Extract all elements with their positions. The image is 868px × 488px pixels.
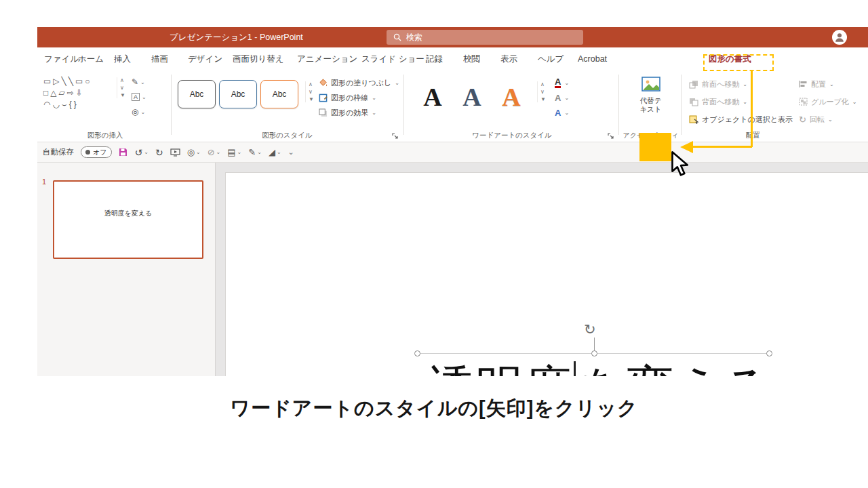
selection-pane-icon (689, 115, 698, 124)
wordart-style-black[interactable]: A (415, 79, 450, 115)
alt-text-button[interactable]: 代替テ キスト (622, 76, 679, 114)
tab-slideshow[interactable]: スライド ショー (361, 47, 425, 70)
send-backward-icon (689, 98, 698, 106)
autosave-toggle[interactable]: オフ (81, 146, 112, 158)
group-label-insert-shapes: 図形の挿入 (41, 131, 170, 140)
effects-icon (319, 108, 328, 117)
format-button[interactable]: ▤⌄ (227, 147, 241, 157)
gallery-more-icon[interactable]: ▼ (540, 96, 546, 102)
slide-canvas[interactable] (225, 172, 868, 376)
selection-handle-left[interactable] (414, 350, 420, 357)
shape-gallery-row3[interactable]: ◠◡⌣{} (43, 99, 92, 110)
textbox-text-after-cursor: を変える (577, 361, 773, 376)
start-slideshow-button[interactable] (170, 148, 180, 157)
selection-pane-button[interactable]: オブジェクトの選択と表示 (689, 112, 793, 127)
shape-style-black[interactable]: Abc (178, 80, 216, 108)
ribbon: ▭▷╲╲▭○ □△▱⇨⇩ ◠◡⌣{} ∧ ∨ ▼ ✎⌄ A⌄ ◎⌄ 図形の挿入 (37, 70, 868, 142)
gallery-more-icon[interactable]: ▼ (309, 96, 314, 102)
shape-gallery-row2[interactable]: □△▱⇨⇩ (43, 87, 92, 99)
gallery-down-icon[interactable]: ∨ (540, 89, 546, 95)
customize-qat-button[interactable]: ⌄ (288, 148, 294, 157)
bring-forward-button[interactable]: 前面へ移動⌄ (689, 77, 747, 92)
shape-gallery-row1[interactable]: ▭▷╲╲▭○ (43, 76, 92, 87)
shape-gallery[interactable]: ▭▷╲╲▭○ □△▱⇨⇩ ◠◡⌣{} (43, 76, 92, 110)
wordart-style-orange[interactable]: A (494, 79, 529, 115)
text-outline-icon: A (555, 94, 561, 102)
save-button[interactable] (119, 148, 127, 157)
alt-text-label-line1: 代替テ (622, 96, 679, 105)
tab-file[interactable]: ファイル (44, 47, 79, 70)
shape-outline-button[interactable]: 図形の枠線⌄ (319, 91, 376, 104)
selection-handle-right[interactable] (766, 350, 772, 357)
shape-style-blue[interactable]: Abc (219, 80, 257, 108)
caption-text: ワードアートのスタイルの[矢印]をクリック (0, 395, 868, 422)
shape-draw-button[interactable]: ◢⌄ (269, 147, 281, 157)
tab-transitions[interactable]: 画面切り替え (233, 47, 284, 70)
align-button[interactable]: 配置⌄ (799, 77, 834, 92)
slide-thumbnail-panel: 1 透明度を変える (37, 163, 216, 376)
text-fill-button[interactable]: A ⌄ (555, 76, 569, 89)
tab-home[interactable]: ホーム (78, 47, 104, 70)
slide-thumbnail[interactable]: 透明度を変える (53, 180, 203, 259)
touch-mouse-mode-button[interactable]: ◎⌄ (187, 147, 201, 157)
powerpoint-window: プレゼンテーション1 - PowerPoint 検索 ファイル ホーム 挿入 描… (37, 27, 868, 376)
page: プレゼンテーション1 - PowerPoint 検索 ファイル ホーム 挿入 描… (0, 0, 868, 488)
tab-design[interactable]: デザイン (188, 47, 222, 70)
shape-effects-button[interactable]: 図形の効果⌄ (319, 106, 376, 119)
tab-draw[interactable]: 描画 (151, 47, 168, 70)
rotate-handle[interactable]: ↻ (584, 321, 596, 338)
search-placeholder: 検索 (406, 32, 422, 43)
redo-icon: ↻ (155, 147, 163, 158)
group-label-wordart-styles: ワードアートのスタイル (407, 131, 617, 140)
gallery-up-icon[interactable]: ∧ (120, 77, 125, 83)
text-effects-button[interactable]: A ⌄ (555, 106, 569, 119)
search-icon (393, 33, 401, 41)
tab-record[interactable]: 記録 (426, 47, 443, 70)
send-backward-button[interactable]: 背面へ移動⌄ (689, 94, 747, 109)
shape-style-gallery: Abc Abc Abc (178, 80, 298, 108)
shape-draw-icon: ◢ (269, 147, 275, 157)
format-icon: ▤ (227, 147, 235, 157)
pen-icon: ✎ (248, 147, 256, 157)
search-box[interactable]: 検索 (387, 30, 583, 45)
shape-style-orange[interactable]: Abc (260, 80, 298, 108)
tab-insert[interactable]: 挿入 (114, 47, 131, 70)
selection-handle-center[interactable] (591, 350, 597, 357)
ink-replay-button[interactable]: ⊘⌄ (208, 147, 221, 157)
wordart-style-navy[interactable]: A (454, 79, 490, 115)
group-arrange: 前面へ移動⌄ 背面へ移動⌄ オブジェクトの選択と表示 配置⌄ グループ化⌄ (685, 70, 868, 142)
gallery-up-icon[interactable]: ∧ (309, 81, 314, 87)
edit-shape-button[interactable]: ✎⌄ (132, 76, 146, 88)
annotation-connector-vertical (751, 70, 753, 147)
tab-acrobat[interactable]: Acrobat (578, 47, 607, 70)
gallery-down-icon[interactable]: ∨ (120, 85, 125, 91)
slide-textbox[interactable]: 透明度を変える (407, 357, 793, 376)
gallery-up-icon[interactable]: ∧ (540, 81, 546, 87)
text-fill-icon: A (555, 77, 561, 88)
textbox-button[interactable]: A⌄ (132, 91, 146, 103)
group-button[interactable]: グループ化⌄ (799, 94, 856, 109)
shape-gallery-scroll: ∧ ∨ ▼ (117, 77, 125, 98)
alt-text-label-line2: キスト (622, 105, 679, 114)
tab-view[interactable]: 表示 (500, 47, 517, 70)
redo-button[interactable]: ↻ (155, 147, 163, 158)
alt-text-image-icon (641, 76, 661, 94)
pen-button[interactable]: ✎⌄ (248, 147, 262, 157)
gallery-more-icon[interactable]: ▼ (120, 92, 125, 98)
undo-button[interactable]: ↺⌄ (134, 147, 148, 158)
group-label-shape-styles: 図形のスタイル (173, 131, 401, 140)
shape-fill-button[interactable]: 図形の塗りつぶし⌄ (319, 76, 399, 89)
merge-shapes-button[interactable]: ◎⌄ (132, 106, 146, 118)
more-commands-icon: ⌄ (288, 148, 294, 157)
account-avatar[interactable] (832, 30, 847, 45)
tab-animations[interactable]: アニメーション (297, 47, 357, 70)
tab-help[interactable]: ヘルプ (538, 47, 564, 70)
rotate-button[interactable]: ↻ 回転⌄ (799, 112, 833, 127)
text-outline-button[interactable]: A ⌄ (555, 91, 569, 104)
textbox-text-before-cursor: 透明度 (428, 361, 572, 376)
tab-review[interactable]: 校閲 (463, 47, 480, 70)
gallery-down-icon[interactable]: ∨ (309, 89, 314, 95)
bring-forward-icon (689, 80, 698, 89)
annotation-connector-horizontal (692, 146, 752, 148)
slide-thumbnail-text: 透明度を変える (54, 209, 202, 218)
